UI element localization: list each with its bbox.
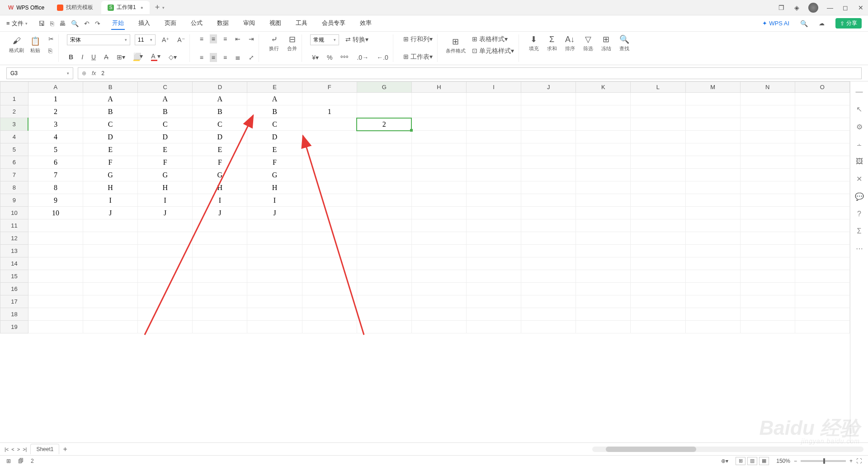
cell[interactable] (466, 232, 521, 245)
copy-icon[interactable]: ❐ (778, 4, 785, 11)
cell[interactable] (631, 295, 685, 308)
cell[interactable] (193, 257, 247, 270)
cell[interactable]: B (83, 105, 138, 118)
bold-button[interactable]: B (67, 52, 75, 62)
cell[interactable] (795, 283, 849, 295)
cell[interactable] (302, 93, 357, 105)
column-header[interactable]: O (795, 82, 849, 93)
menu-data[interactable]: 数据 (216, 17, 230, 30)
cell[interactable] (466, 321, 521, 333)
cell[interactable] (740, 283, 795, 295)
cell[interactable] (576, 143, 631, 156)
cell[interactable] (795, 194, 849, 207)
cell[interactable] (138, 232, 193, 245)
row-header[interactable]: 8 (0, 181, 28, 194)
cell[interactable] (795, 207, 849, 219)
cell[interactable] (740, 270, 795, 283)
cell[interactable] (193, 232, 247, 245)
find-button[interactable]: 🔍查找 (618, 34, 631, 52)
align-center-button[interactable]: ≡ (210, 53, 217, 62)
cell[interactable] (357, 181, 411, 194)
sheet-tab-1[interactable]: Sheet1 (30, 444, 59, 454)
cell[interactable] (740, 295, 795, 308)
cell[interactable] (247, 219, 302, 232)
cell[interactable] (411, 207, 466, 219)
cell[interactable]: G (247, 169, 302, 181)
share-button[interactable]: ⇪ 分享 (835, 18, 862, 29)
cell[interactable] (411, 118, 466, 131)
cell[interactable] (466, 156, 521, 169)
cell[interactable] (685, 295, 740, 308)
cell[interactable] (83, 308, 138, 321)
row-header[interactable]: 7 (0, 169, 28, 181)
cell[interactable] (138, 321, 193, 333)
cell[interactable] (83, 219, 138, 232)
cell[interactable]: D (193, 131, 247, 143)
row-header[interactable]: 4 (0, 131, 28, 143)
cell[interactable] (576, 219, 631, 232)
cell[interactable] (631, 93, 685, 105)
column-header[interactable]: B (83, 82, 138, 93)
cell[interactable] (685, 194, 740, 207)
cell[interactable] (795, 219, 849, 232)
cell[interactable] (521, 156, 576, 169)
cell[interactable] (795, 270, 849, 283)
cell[interactable]: G (193, 169, 247, 181)
row-header[interactable]: 10 (0, 207, 28, 219)
cell[interactable]: J (193, 207, 247, 219)
new-tab-button[interactable]: + (155, 3, 160, 12)
cell[interactable]: I (193, 194, 247, 207)
cell[interactable]: F (247, 156, 302, 169)
cell[interactable] (576, 295, 631, 308)
cell[interactable] (576, 270, 631, 283)
cell[interactable] (28, 219, 83, 232)
column-header[interactable]: N (740, 82, 795, 93)
column-header[interactable]: F (302, 82, 357, 93)
fx-icon[interactable]: fx (92, 70, 96, 76)
cell[interactable] (466, 219, 521, 232)
menu-tools[interactable]: 工具 (295, 17, 308, 30)
cell[interactable]: F (193, 156, 247, 169)
row-header[interactable]: 2 (0, 105, 28, 118)
cell[interactable] (631, 169, 685, 181)
cell[interactable] (631, 308, 685, 321)
formula-input[interactable]: 2 (101, 70, 858, 76)
menu-review[interactable]: 审阅 (242, 17, 256, 30)
cell[interactable] (521, 93, 576, 105)
cell[interactable] (302, 257, 357, 270)
italic-button[interactable]: I (80, 52, 85, 62)
page-break-button[interactable]: ▦ (759, 457, 769, 465)
cell[interactable]: 10 (28, 207, 83, 219)
cell[interactable] (740, 308, 795, 321)
column-header[interactable]: L (631, 82, 685, 93)
cell[interactable]: G (83, 169, 138, 181)
cell[interactable] (521, 321, 576, 333)
cell[interactable] (357, 156, 411, 169)
font-size-select[interactable]: 11▾ (135, 34, 156, 45)
spreadsheet-grid[interactable]: ABCDEFGHIJKLMNO11AAAA22BBBB133CCCC244DDD… (0, 81, 850, 333)
cell[interactable] (795, 232, 849, 245)
cell[interactable] (466, 93, 521, 105)
freeze-button[interactable]: ⊞冻结 (599, 34, 613, 52)
cell[interactable] (138, 295, 193, 308)
cell[interactable] (740, 245, 795, 257)
cell[interactable] (521, 232, 576, 245)
cell[interactable] (411, 219, 466, 232)
row-header[interactable]: 18 (0, 308, 28, 321)
cell[interactable] (466, 131, 521, 143)
column-header[interactable]: H (411, 82, 466, 93)
cell[interactable] (740, 219, 795, 232)
filter-button[interactable]: ▽筛选 (581, 34, 595, 52)
paste-button[interactable]: 📋粘贴 (28, 36, 42, 54)
cell[interactable] (411, 181, 466, 194)
settings-icon[interactable]: ⚙ (856, 123, 863, 131)
cell[interactable] (247, 245, 302, 257)
cell[interactable] (631, 207, 685, 219)
cell[interactable] (466, 283, 521, 295)
cell[interactable] (521, 308, 576, 321)
cell[interactable] (576, 156, 631, 169)
cell[interactable]: 2 (357, 118, 411, 131)
cell[interactable] (685, 143, 740, 156)
cell[interactable] (631, 283, 685, 295)
row-col-button[interactable]: ⊞ 行和列▾ (401, 34, 434, 44)
